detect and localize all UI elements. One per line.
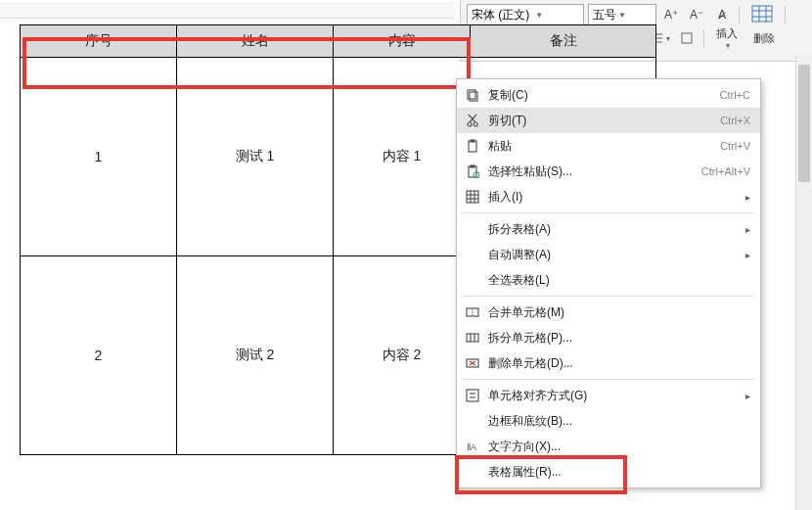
horizontal-ruler bbox=[0, 2, 455, 19]
menu-item[interactable]: 合并单元格(M) bbox=[457, 300, 760, 325]
cut-icon bbox=[463, 114, 482, 127]
submenu-arrow-icon: ▸ bbox=[740, 391, 750, 401]
menu-label: 自动调整(A) bbox=[482, 247, 740, 263]
separator bbox=[739, 6, 740, 23]
font-name-value: 宋体 (正文) bbox=[472, 7, 529, 23]
menu-label: 边框和底纹(B)... bbox=[482, 413, 750, 430]
cell-content[interactable]: 内容 2 bbox=[334, 256, 471, 455]
svg-line-15 bbox=[469, 115, 475, 122]
menu-label: 单元格对齐方式(G) bbox=[482, 388, 740, 404]
menu-item[interactable]: 拆分表格(A)▸ bbox=[457, 216, 760, 242]
menu-label: 表格属性(R)... bbox=[482, 464, 750, 481]
separator bbox=[703, 29, 704, 47]
insert-icon bbox=[463, 190, 482, 204]
menu-item[interactable]: 粘贴Ctrl+V bbox=[457, 133, 760, 159]
increase-font-button[interactable]: A⁺ bbox=[660, 5, 682, 24]
menu-label: 粘贴 bbox=[482, 138, 720, 155]
grid-icon bbox=[751, 5, 773, 23]
caret-down-icon: ▼ bbox=[618, 11, 626, 20]
svg-rect-19 bbox=[471, 165, 474, 167]
menu-label: 剪切(T) bbox=[482, 113, 720, 129]
separator bbox=[785, 6, 786, 23]
menu-item[interactable]: 边框和底纹(B)... bbox=[457, 408, 760, 434]
menu-item[interactable]: 表格属性(R)... bbox=[457, 459, 760, 485]
svg-rect-34 bbox=[467, 390, 478, 401]
clear-format-button[interactable]: A̷ bbox=[711, 5, 733, 24]
svg-rect-21 bbox=[467, 191, 478, 203]
delete-cell-icon bbox=[463, 356, 482, 370]
menu-label: 合并单元格(M) bbox=[482, 304, 750, 321]
cell-name[interactable]: 测试 1 bbox=[177, 58, 334, 256]
indent-button[interactable] bbox=[676, 28, 698, 48]
indent-icon bbox=[680, 31, 694, 45]
svg-rect-18 bbox=[469, 166, 476, 177]
header-no[interactable]: 序号 bbox=[21, 25, 177, 58]
header-name[interactable]: 姓名 bbox=[177, 25, 334, 58]
decrease-font-button[interactable]: A⁻ bbox=[686, 5, 707, 24]
svg-rect-0 bbox=[752, 6, 772, 22]
menu-label: 拆分单元格(P)... bbox=[482, 330, 750, 347]
menu-item[interactable]: 删除单元格(D)... bbox=[457, 350, 760, 376]
caret-down-icon: ▼ bbox=[535, 11, 543, 20]
menu-item[interactable]: 单元格对齐方式(G)▸ bbox=[457, 383, 760, 408]
menu-label: 拆分表格(A) bbox=[482, 221, 740, 238]
menu-label: 选择性粘贴(S)... bbox=[482, 163, 701, 180]
submenu-arrow-icon: ▸ bbox=[740, 192, 750, 203]
menu-label: 复制(C) bbox=[482, 87, 720, 104]
split-icon bbox=[463, 331, 482, 345]
font-name-selector[interactable]: 宋体 (正文) ▼ bbox=[467, 4, 584, 25]
paste-icon bbox=[463, 139, 482, 153]
menu-item[interactable]: 剪切(T)Ctrl+X bbox=[457, 108, 760, 133]
svg-point-12 bbox=[468, 122, 472, 126]
menu-label: 插入(I) bbox=[482, 189, 740, 206]
header-content[interactable]: 内容 bbox=[334, 25, 471, 58]
copy-icon bbox=[463, 88, 482, 102]
svg-rect-9 bbox=[682, 33, 692, 43]
svg-rect-16 bbox=[469, 141, 476, 152]
menu-shortcut: Ctrl+Alt+V bbox=[701, 165, 750, 177]
svg-point-13 bbox=[474, 122, 477, 126]
menu-item[interactable]: ⅡA文字方向(X)... bbox=[457, 434, 760, 459]
svg-rect-10 bbox=[470, 92, 477, 101]
submenu-arrow-icon: ▸ bbox=[740, 224, 750, 235]
menu-label: 文字方向(X)... bbox=[482, 439, 750, 455]
menu-label: 全选表格(L) bbox=[482, 272, 750, 289]
context-menu: 复制(C)Ctrl+C剪切(T)Ctrl+X粘贴Ctrl+V选择性粘贴(S)..… bbox=[456, 78, 761, 488]
table-header-row[interactable]: 序号 姓名 内容 备注 bbox=[21, 25, 656, 58]
svg-rect-28 bbox=[467, 334, 478, 342]
svg-rect-17 bbox=[471, 140, 474, 142]
svg-text:ⅡA: ⅡA bbox=[467, 442, 476, 452]
cell-content[interactable]: 内容 1 bbox=[334, 58, 471, 256]
menu-item[interactable]: 复制(C)Ctrl+C bbox=[457, 82, 760, 108]
menu-item[interactable]: 拆分单元格(P)... bbox=[457, 325, 760, 350]
text-dir-icon: ⅡA bbox=[463, 440, 482, 453]
menu-separator bbox=[463, 379, 754, 380]
menu-shortcut: Ctrl+C bbox=[720, 89, 750, 101]
scroll-thumb[interactable] bbox=[798, 65, 810, 182]
menu-separator bbox=[463, 212, 754, 213]
cell-name[interactable]: 测试 2 bbox=[177, 256, 334, 455]
menu-shortcut: Ctrl+X bbox=[720, 115, 750, 126]
menu-label: 删除单元格(D)... bbox=[482, 355, 750, 372]
svg-line-14 bbox=[470, 115, 476, 122]
cell-no[interactable]: 1 bbox=[21, 58, 177, 256]
insert-button[interactable]: 插入▾ bbox=[710, 24, 744, 52]
submenu-arrow-icon: ▸ bbox=[740, 250, 750, 260]
menu-item[interactable]: 自动调整(A)▸ bbox=[457, 242, 760, 267]
align-icon bbox=[463, 389, 482, 402]
font-size-selector[interactable]: 五号 ▼ bbox=[588, 4, 656, 25]
svg-rect-11 bbox=[468, 90, 475, 99]
merge-icon bbox=[463, 305, 482, 319]
menu-item[interactable]: 全选表格(L) bbox=[457, 267, 760, 293]
menu-item[interactable]: 选择性粘贴(S)...Ctrl+Alt+V bbox=[457, 159, 760, 184]
menu-shortcut: Ctrl+V bbox=[720, 140, 750, 152]
vertical-scrollbar[interactable] bbox=[795, 55, 812, 510]
table-grid-button[interactable] bbox=[745, 3, 779, 26]
delete-button[interactable]: 删除 bbox=[747, 29, 781, 48]
menu-item[interactable]: 插入(I)▸ bbox=[457, 184, 760, 209]
cell-no[interactable]: 2 bbox=[21, 256, 177, 455]
header-note[interactable]: 备注 bbox=[471, 25, 656, 58]
font-size-value: 五号 bbox=[593, 7, 616, 23]
menu-separator bbox=[463, 296, 754, 297]
paste-special-icon bbox=[463, 164, 482, 178]
